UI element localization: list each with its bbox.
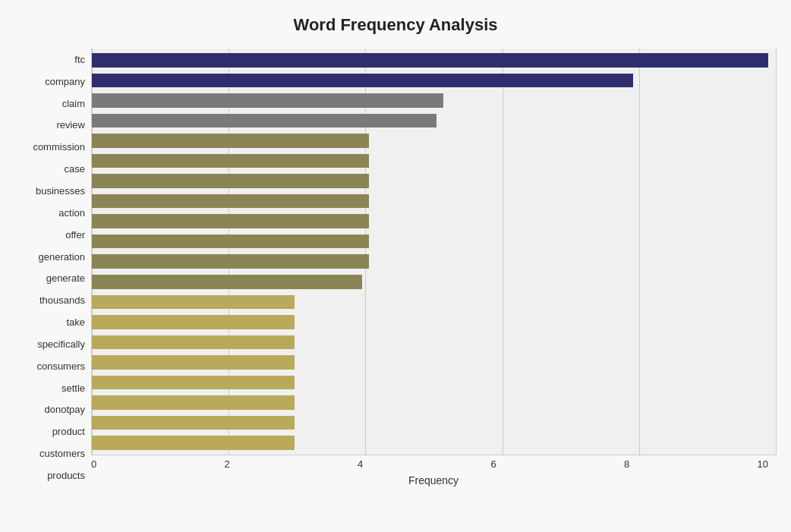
y-label: commission bbox=[33, 142, 85, 152]
bar bbox=[92, 74, 633, 88]
x-axis-label: Frequency bbox=[91, 474, 776, 486]
x-tick: 4 bbox=[358, 458, 363, 470]
y-label: company bbox=[45, 77, 85, 87]
bar-row bbox=[92, 131, 768, 151]
bar bbox=[92, 134, 369, 148]
grid-line bbox=[776, 49, 777, 455]
bar-row bbox=[92, 433, 768, 453]
bar-row bbox=[92, 373, 768, 393]
bar bbox=[92, 376, 295, 390]
bar bbox=[92, 93, 443, 108]
bar bbox=[92, 114, 436, 128]
bar-row bbox=[92, 392, 768, 413]
bar-row bbox=[92, 50, 768, 71]
bar bbox=[92, 315, 295, 329]
y-label: ftc bbox=[74, 55, 85, 65]
bar bbox=[92, 154, 369, 168]
bar bbox=[92, 214, 369, 228]
y-label: thousands bbox=[39, 295, 85, 305]
bar-row bbox=[92, 231, 768, 252]
chart-title: Word Frequency Analysis bbox=[294, 15, 498, 35]
bar bbox=[92, 174, 369, 188]
y-label: settle bbox=[61, 383, 85, 393]
x-tick: 8 bbox=[624, 458, 629, 470]
bar-row bbox=[92, 332, 768, 353]
x-tick: 0 bbox=[91, 458, 96, 470]
bar bbox=[92, 335, 295, 350]
y-label: action bbox=[58, 208, 85, 218]
y-label: donotpay bbox=[45, 405, 86, 414]
bar bbox=[92, 194, 369, 209]
bars-and-x: 0246810 Frequency bbox=[91, 49, 776, 486]
bar-row bbox=[92, 151, 768, 172]
y-axis-labels: ftccompanyclaimreviewcommissioncasebusin… bbox=[15, 49, 91, 486]
bar bbox=[92, 295, 295, 310]
x-axis: 0246810 bbox=[91, 455, 776, 470]
y-label: product bbox=[52, 427, 85, 436]
bar-row bbox=[92, 171, 768, 191]
y-label: specifically bbox=[37, 339, 85, 349]
y-label: customers bbox=[39, 449, 85, 458]
y-label: generation bbox=[39, 252, 85, 262]
bar bbox=[92, 436, 295, 450]
bar-row bbox=[92, 352, 768, 373]
bar-row bbox=[92, 272, 768, 292]
bar-row bbox=[92, 211, 768, 231]
y-label: offer bbox=[65, 230, 85, 240]
bar-row bbox=[92, 71, 768, 91]
y-label: consumers bbox=[36, 361, 85, 371]
bar bbox=[92, 254, 369, 269]
bar-row bbox=[92, 90, 768, 111]
bar bbox=[92, 355, 295, 370]
chart-area: ftccompanyclaimreviewcommissioncasebusin… bbox=[15, 49, 776, 486]
x-tick: 2 bbox=[225, 458, 230, 470]
bar bbox=[92, 53, 768, 68]
bar bbox=[92, 416, 295, 430]
y-label: products bbox=[47, 471, 85, 480]
bar bbox=[92, 395, 295, 410]
y-label: businesses bbox=[36, 186, 85, 196]
x-tick: 10 bbox=[758, 458, 768, 470]
bar-row bbox=[92, 413, 768, 433]
x-tick: 6 bbox=[491, 458, 496, 470]
y-label: review bbox=[56, 120, 85, 130]
y-label: case bbox=[65, 164, 85, 174]
bar bbox=[92, 275, 362, 289]
bar-row bbox=[92, 292, 768, 313]
y-label: take bbox=[66, 317, 85, 327]
y-label: claim bbox=[62, 99, 85, 109]
chart-container: Word Frequency Analysis ftccompanyclaimr… bbox=[0, 0, 791, 532]
bar bbox=[92, 235, 369, 249]
bar-row bbox=[92, 111, 768, 131]
y-label: generate bbox=[46, 273, 85, 283]
bars-region bbox=[91, 49, 776, 455]
bar-row bbox=[92, 191, 768, 212]
bar-row bbox=[92, 251, 768, 272]
bar-row bbox=[92, 312, 768, 332]
